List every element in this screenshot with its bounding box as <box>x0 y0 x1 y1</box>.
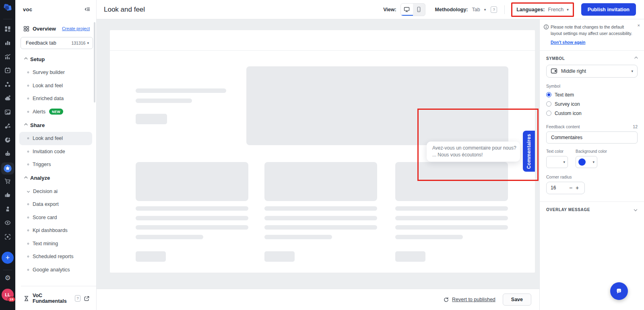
sidebar-item-enriched-data[interactable]: Enriched data <box>19 92 92 105</box>
revert-to-published-link[interactable]: Revert to published <box>443 297 495 303</box>
symbol-section-title: SYMBOL <box>546 56 565 61</box>
robot-icon[interactable] <box>0 150 15 157</box>
publish-invitation-button[interactable]: Publish invitation <box>581 3 636 16</box>
dashboard-icon[interactable] <box>0 26 15 32</box>
bullet-icon <box>27 217 29 218</box>
sidebar-item-scheduled-reports[interactable]: Scheduled reports <box>19 250 92 263</box>
image-media-icon[interactable] <box>0 109 15 115</box>
create-project-link[interactable]: Create project <box>62 26 90 31</box>
bullet-icon <box>27 269 29 271</box>
add-button[interactable]: + <box>2 252 14 264</box>
sidebar: voc Overview Create project Feedback tab… <box>15 0 97 310</box>
bullet-icon <box>27 230 29 231</box>
color-swatch <box>578 158 586 166</box>
app-logo[interactable] <box>0 2 15 13</box>
bullet-icon <box>27 85 29 86</box>
chevron-down-icon <box>634 208 637 211</box>
sidebar-item-invitation-code[interactable]: Invitation code <box>19 145 92 158</box>
methodology-label: Methodology: <box>435 7 468 12</box>
mobile-view-button[interactable] <box>413 4 425 16</box>
sidebar-item-triggers[interactable]: Triggers <box>19 158 92 171</box>
nav-group-analyze[interactable]: Analyze <box>15 171 96 185</box>
languages-dropdown annotation-box-languages[interactable]: Languages: French ▾ <box>511 2 574 17</box>
methodology-value[interactable]: Tab <box>472 7 480 12</box>
feedback-content-input[interactable]: Commentaires <box>546 131 638 144</box>
donut-chart-icon[interactable] <box>0 137 15 143</box>
radio-icon <box>546 101 551 107</box>
preview-page-header <box>110 30 535 51</box>
chevron-down-icon: ▾ <box>567 8 569 12</box>
sidebar-item-google-analytics[interactable]: Google analytics <box>19 263 92 277</box>
nav-group-share[interactable]: Share <box>15 118 96 132</box>
help-icon[interactable]: ? <box>491 6 497 13</box>
chevron-up-icon <box>24 57 27 61</box>
project-select[interactable]: Feedback tab 131316 ▾ <box>21 37 93 49</box>
notification-badge: 19 <box>8 297 15 302</box>
sidebar-item-look-and-feel[interactable]: Look and feel <box>19 132 92 145</box>
bullet-icon <box>27 98 29 99</box>
scan-icon[interactable] <box>0 234 15 240</box>
line-chart-icon[interactable] <box>0 53 15 60</box>
sidebar-item-score-card[interactable]: Score card <box>19 211 92 224</box>
person-icon[interactable] <box>0 206 15 212</box>
preview-page: Avez-vous un commentaire pour nous? ... … <box>110 30 535 273</box>
sidebar-item-decision-ai[interactable]: Decision ai <box>19 185 92 198</box>
thumbs-up-icon[interactable] <box>0 192 15 198</box>
desktop-view-button[interactable] <box>401 4 413 16</box>
sidebar-item-text-mining[interactable]: Text mining <box>19 237 92 250</box>
symbol-section-header[interactable]: SYMBOL <box>540 51 644 65</box>
nav-group-setup[interactable]: Setup <box>15 52 96 66</box>
feedback-messenger-icon[interactable] <box>1 162 14 175</box>
decrement-button[interactable]: − <box>568 185 574 191</box>
corner-radius-value[interactable]: 16 <box>551 185 568 191</box>
external-link-icon[interactable] <box>84 296 90 302</box>
settings-gear-icon[interactable]: ⚙ <box>0 274 15 282</box>
help-icon[interactable]: ? <box>75 295 80 302</box>
team-icon[interactable] <box>0 81 15 88</box>
feedback-tooltip: Avez-vous un commentaire pour nous? ... … <box>427 142 520 162</box>
radio-custom-icon[interactable]: Custom icon <box>546 111 638 116</box>
sidebar-item-look-and-feel[interactable]: Look and feel <box>19 79 92 92</box>
save-button[interactable]: Save <box>503 294 531 306</box>
calendar-icon[interactable] <box>0 67 15 74</box>
languages-value: French <box>548 7 564 12</box>
increment-button[interactable]: + <box>574 185 580 191</box>
footer-bar: Revert to published Save <box>97 289 539 310</box>
user-avatar[interactable]: LL19 <box>2 289 14 301</box>
radio-icon <box>546 111 551 116</box>
text-color-dropdown[interactable]: ▾ <box>546 156 568 168</box>
chat-launcher-button[interactable] <box>610 282 628 300</box>
feedback-tab-button[interactable]: Commentaires <box>523 131 535 172</box>
share-network-icon[interactable] <box>0 123 15 129</box>
collapse-sidebar-icon[interactable] <box>84 6 91 12</box>
background-color-dropdown[interactable]: ▾ <box>576 156 597 168</box>
position-select[interactable]: Middle right ▾ <box>546 65 638 78</box>
cart-icon[interactable] <box>0 178 15 185</box>
cloud-upload-icon[interactable] <box>0 95 15 101</box>
text-color-label: Text color <box>546 149 568 154</box>
chevron-down-icon: ▾ <box>563 160 565 164</box>
sidebar-scrollbar[interactable] <box>94 22 95 103</box>
chevron-down-icon[interactable]: ▾ <box>484 8 486 12</box>
revert-label: Revert to published <box>452 297 495 302</box>
eye-icon[interactable] <box>0 220 15 226</box>
sidebar-item-alerts[interactable]: AlertsNEW <box>19 105 92 119</box>
overlay-message-section-header[interactable]: OVERLAY MESSAGE <box>540 202 644 216</box>
topbar: Look and feel View: Methodology: Tab ▾ ?… <box>97 0 644 19</box>
sidebar-item-kpi-dashboards[interactable]: Kpi dashboards <box>19 224 92 237</box>
chevron-down-icon: ▾ <box>87 41 89 45</box>
radio-survey-icon[interactable]: Survey icon <box>546 101 638 107</box>
overview-label: Overview <box>33 26 59 32</box>
sidebar-item-data-export[interactable]: Data export <box>19 198 92 211</box>
bullet-icon <box>27 72 29 73</box>
info-icon <box>543 24 549 31</box>
close-icon[interactable]: × <box>638 23 640 28</box>
brand-label: voc <box>23 6 84 12</box>
bar-chart-icon[interactable] <box>0 39 15 46</box>
radio-text-item[interactable]: Text item <box>546 92 638 98</box>
radio-icon <box>546 92 551 97</box>
dont-show-again-link[interactable]: Don't show again <box>551 40 586 45</box>
sidebar-item-survey-builder[interactable]: Survey builder <box>19 66 92 79</box>
preview-canvas: Avez-vous un commentaire pour nous? ... … <box>97 19 539 289</box>
icon-rail: + ⚙ LL19 <box>0 0 15 310</box>
